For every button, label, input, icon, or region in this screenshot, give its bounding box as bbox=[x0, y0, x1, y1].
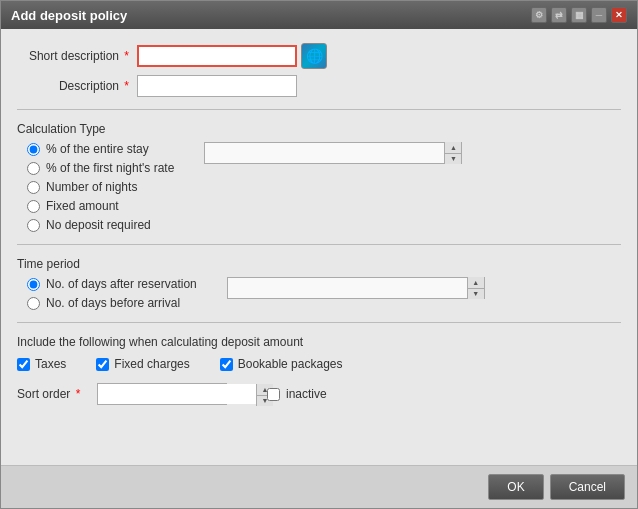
titlebar: Add deposit policy ⚙ ⇄ ▦ ─ ✕ bbox=[1, 1, 637, 29]
divider-1 bbox=[17, 109, 621, 110]
checkbox-bookable-packages-input[interactable] bbox=[220, 358, 233, 371]
ok-button[interactable]: OK bbox=[488, 474, 543, 500]
time-period-section: Time period No. of days after reservatio… bbox=[17, 257, 621, 310]
checkbox-bookable-packages-label[interactable]: Bookable packages bbox=[238, 357, 343, 371]
time-period-spinner: ▲ ▼ bbox=[227, 277, 485, 299]
add-deposit-policy-window: Add deposit policy ⚙ ⇄ ▦ ─ ✕ Short descr… bbox=[0, 0, 638, 509]
radio-pct-first-night: % of the first night's rate bbox=[27, 161, 174, 175]
radio-input-pct-first-night[interactable] bbox=[27, 162, 40, 175]
radio-label-fixed-amount[interactable]: Fixed amount bbox=[46, 199, 119, 213]
radio-input-days-before[interactable] bbox=[27, 297, 40, 310]
description-row: Description * bbox=[17, 75, 621, 97]
checkboxes-row: Taxes Fixed charges Bookable packages bbox=[17, 357, 621, 371]
time-period-title: Time period bbox=[17, 257, 197, 271]
footer: OK Cancel bbox=[1, 465, 637, 508]
transfer-icon[interactable]: ⇄ bbox=[551, 7, 567, 23]
radio-label-days-before[interactable]: No. of days before arrival bbox=[46, 296, 180, 310]
close-icon[interactable]: ✕ bbox=[611, 7, 627, 23]
time-period-spinner-down[interactable]: ▼ bbox=[468, 289, 484, 300]
description-input[interactable] bbox=[137, 75, 297, 97]
checkbox-taxes-label[interactable]: Taxes bbox=[35, 357, 66, 371]
sort-order-input[interactable] bbox=[98, 384, 256, 404]
calculation-type-spinner-input[interactable] bbox=[205, 143, 444, 163]
radio-pct-entire-stay: % of the entire stay bbox=[27, 142, 174, 156]
divider-3 bbox=[17, 322, 621, 323]
sort-order-required-star: * bbox=[76, 387, 81, 401]
time-period-spinner-up[interactable]: ▲ bbox=[468, 277, 484, 289]
globe-button[interactable]: 🌐 bbox=[301, 43, 327, 69]
cancel-button[interactable]: Cancel bbox=[550, 474, 625, 500]
radio-input-fixed-amount[interactable] bbox=[27, 200, 40, 213]
radio-input-num-nights[interactable] bbox=[27, 181, 40, 194]
radio-no-deposit: No deposit required bbox=[27, 218, 174, 232]
titlebar-icons: ⚙ ⇄ ▦ ─ ✕ bbox=[531, 7, 627, 23]
time-period-spinner-arrows: ▲ ▼ bbox=[467, 277, 484, 299]
checkbox-taxes: Taxes bbox=[17, 357, 66, 371]
radio-num-nights: Number of nights bbox=[27, 180, 174, 194]
sort-order-input-wrap: ▲ ▼ bbox=[97, 383, 227, 405]
form-content: Short description * 🌐 Description * Calc… bbox=[1, 29, 637, 465]
minimize-icon[interactable]: ─ bbox=[591, 7, 607, 23]
radio-days-before: No. of days before arrival bbox=[27, 296, 197, 310]
settings-icon[interactable]: ⚙ bbox=[531, 7, 547, 23]
radio-fixed-amount: Fixed amount bbox=[27, 199, 174, 213]
time-period-spinner-input[interactable] bbox=[228, 278, 467, 298]
radio-days-after: No. of days after reservation bbox=[27, 277, 197, 291]
calculation-type-spinner-arrows: ▲ ▼ bbox=[444, 142, 461, 164]
description-label: Description * bbox=[17, 79, 137, 93]
include-title: Include the following when calculating d… bbox=[17, 335, 621, 349]
radio-label-no-deposit[interactable]: No deposit required bbox=[46, 218, 151, 232]
sort-order-row: Sort order * ▲ ▼ inactive bbox=[17, 383, 621, 405]
radio-label-days-after[interactable]: No. of days after reservation bbox=[46, 277, 197, 291]
calculation-type-radio-group: % of the entire stay % of the first nigh… bbox=[17, 142, 174, 232]
time-period-radio-group: No. of days after reservation No. of day… bbox=[17, 277, 197, 310]
radio-label-pct-first-night[interactable]: % of the first night's rate bbox=[46, 161, 174, 175]
window-title: Add deposit policy bbox=[11, 8, 127, 23]
short-description-row: Short description * 🌐 bbox=[17, 43, 621, 69]
grid-icon[interactable]: ▦ bbox=[571, 7, 587, 23]
checkbox-bookable-packages: Bookable packages bbox=[220, 357, 343, 371]
include-section: Include the following when calculating d… bbox=[17, 335, 621, 371]
calculation-type-section: Calculation Type % of the entire stay % … bbox=[17, 122, 621, 232]
radio-label-pct-entire-stay[interactable]: % of the entire stay bbox=[46, 142, 149, 156]
calculation-type-title: Calculation Type bbox=[17, 122, 174, 136]
spinner-down-arrow[interactable]: ▼ bbox=[445, 154, 461, 165]
required-star-desc: * bbox=[124, 79, 129, 93]
checkbox-taxes-input[interactable] bbox=[17, 358, 30, 371]
short-description-label: Short description * bbox=[17, 49, 137, 63]
radio-input-pct-entire-stay[interactable] bbox=[27, 143, 40, 156]
spinner-up-arrow[interactable]: ▲ bbox=[445, 142, 461, 154]
calculation-type-spinner: ▲ ▼ bbox=[204, 142, 462, 164]
inactive-label[interactable]: inactive bbox=[286, 387, 327, 401]
checkbox-fixed-charges: Fixed charges bbox=[96, 357, 189, 371]
radio-label-num-nights[interactable]: Number of nights bbox=[46, 180, 137, 194]
divider-2 bbox=[17, 244, 621, 245]
sort-order-label: Sort order * bbox=[17, 387, 97, 401]
short-description-input[interactable] bbox=[137, 45, 297, 67]
radio-input-no-deposit[interactable] bbox=[27, 219, 40, 232]
checkbox-fixed-charges-label[interactable]: Fixed charges bbox=[114, 357, 189, 371]
inactive-wrap: inactive bbox=[267, 387, 327, 401]
inactive-checkbox[interactable] bbox=[267, 388, 280, 401]
radio-input-days-after[interactable] bbox=[27, 278, 40, 291]
checkbox-fixed-charges-input[interactable] bbox=[96, 358, 109, 371]
required-star-short-desc: * bbox=[124, 49, 129, 63]
